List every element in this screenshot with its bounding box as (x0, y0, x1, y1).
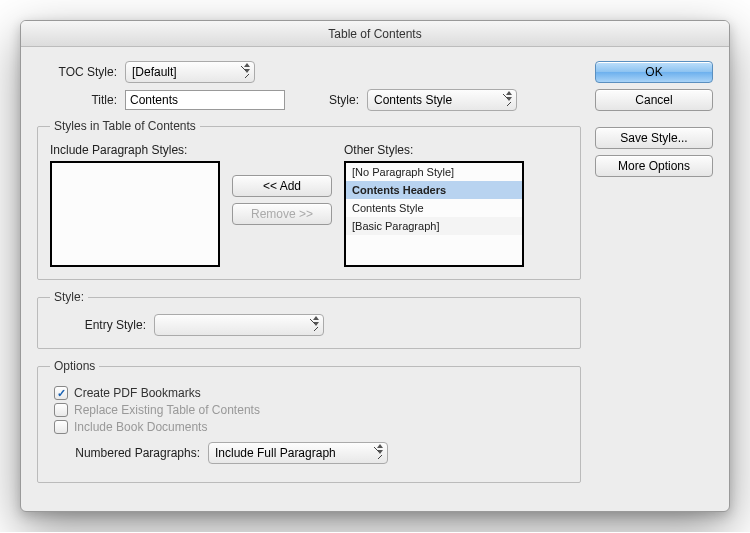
dialog-content: TOC Style: [Default] Title: Style: Conte… (21, 47, 729, 511)
list-item[interactable]: [Basic Paragraph] (346, 217, 522, 235)
list-item[interactable]: Contents Style (346, 199, 522, 217)
entry-style-label: Entry Style: (50, 318, 146, 332)
list-item[interactable]: [No Paragraph Style] (346, 163, 522, 181)
numbered-paragraphs-select[interactable]: Include Full Paragraph (208, 442, 388, 464)
style-label: Style: (329, 93, 359, 107)
include-book-checkbox-row[interactable]: ✓ Include Book Documents (54, 420, 568, 434)
create-pdf-label: Create PDF Bookmarks (74, 386, 201, 400)
other-styles-label: Other Styles: (344, 143, 524, 157)
create-pdf-checkbox[interactable]: ✓ (54, 386, 68, 400)
include-book-label: Include Book Documents (74, 420, 207, 434)
dialog-title: Table of Contents (21, 21, 729, 47)
options-group: Options ✓ Create PDF Bookmarks ✓ Replace… (37, 359, 581, 483)
main-column: TOC Style: [Default] Title: Style: Conte… (37, 61, 581, 493)
replace-existing-checkbox[interactable]: ✓ (54, 403, 68, 417)
remove-button[interactable]: Remove >> (232, 203, 332, 225)
style-group: Style: Entry Style: (37, 290, 581, 349)
other-styles-listbox[interactable]: [No Paragraph Style]Contents HeadersCont… (344, 161, 524, 267)
ok-button[interactable]: OK (595, 61, 713, 83)
toc-dialog: Table of Contents TOC Style: [Default] T… (20, 20, 730, 512)
include-book-checkbox[interactable]: ✓ (54, 420, 68, 434)
include-styles-label: Include Paragraph Styles: (50, 143, 220, 157)
more-options-button[interactable]: More Options (595, 155, 713, 177)
include-styles-listbox[interactable] (50, 161, 220, 267)
toc-style-select[interactable]: [Default] (125, 61, 255, 83)
side-buttons: OK Cancel Save Style... More Options (595, 61, 713, 177)
replace-existing-checkbox-row[interactable]: ✓ Replace Existing Table of Contents (54, 403, 568, 417)
style-group-legend: Style: (50, 290, 88, 304)
create-pdf-checkbox-row[interactable]: ✓ Create PDF Bookmarks (54, 386, 568, 400)
save-style-button[interactable]: Save Style... (595, 127, 713, 149)
styles-in-toc-group: Styles in Table of Contents Include Para… (37, 119, 581, 280)
title-input[interactable] (125, 90, 285, 110)
replace-existing-label: Replace Existing Table of Contents (74, 403, 260, 417)
list-item[interactable]: Contents Headers (346, 181, 522, 199)
numbered-paragraphs-label: Numbered Paragraphs: (50, 446, 200, 460)
cancel-button[interactable]: Cancel (595, 89, 713, 111)
entry-style-select[interactable] (154, 314, 324, 336)
title-style-select[interactable]: Contents Style (367, 89, 517, 111)
options-group-legend: Options (50, 359, 99, 373)
title-label: Title: (37, 93, 117, 107)
add-button[interactable]: << Add (232, 175, 332, 197)
styles-in-toc-legend: Styles in Table of Contents (50, 119, 200, 133)
toc-style-label: TOC Style: (37, 65, 117, 79)
